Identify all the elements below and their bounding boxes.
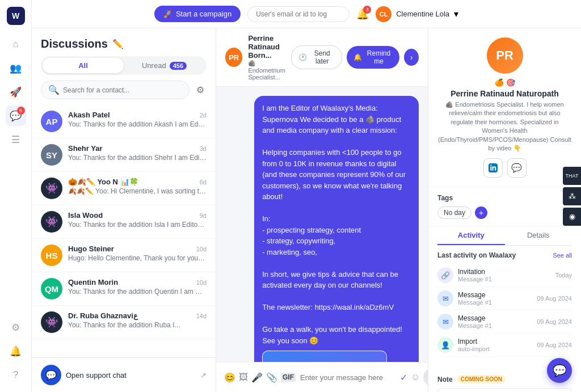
chat-area: PR Perrine Ratinaud Born... 🪨 Endometriu… xyxy=(216,28,428,392)
contact-time: 10d xyxy=(196,246,207,252)
contact-item-hugo[interactable]: HS Hugo Steiner 10d Hugo: Hello Clementi… xyxy=(32,239,216,272)
nav-bell[interactable]: 🔔 xyxy=(6,341,26,361)
nav-settings[interactable]: ⚙ xyxy=(6,317,26,338)
tab-activity[interactable]: Activity xyxy=(437,226,505,245)
unread-tab-label: Unread xyxy=(142,61,166,70)
send-later-button[interactable]: 🕐 Send later xyxy=(291,45,342,69)
note-label: Note xyxy=(437,376,453,383)
nav-home[interactable]: ⌂ xyxy=(6,34,26,54)
chat-contact-sub: 🪨 Endometrium Specialist... xyxy=(248,60,285,81)
link-preview-image: 🚀 Supernova xyxy=(263,351,386,362)
filter-button[interactable]: ⚙ xyxy=(194,82,207,98)
contact-time: 14d xyxy=(196,313,207,319)
tab-all[interactable]: All xyxy=(43,58,124,73)
attachment-icon[interactable]: 📎 xyxy=(266,372,277,383)
chat-header-info: Perrine Ratinaud Born... 🪨 Endometrium S… xyxy=(248,34,285,81)
nav-list[interactable]: ☰ xyxy=(6,129,26,150)
smiley-icon[interactable]: ☺ xyxy=(411,372,420,382)
campaign-icon: 🚀 xyxy=(163,10,172,18)
chat-widget-button[interactable]: 💬 xyxy=(547,358,572,383)
contact-info: Akash Patel 2d You: Thanks for the addit… xyxy=(68,111,207,128)
avatar: 👾 xyxy=(41,178,62,199)
avatar: SY xyxy=(41,144,62,166)
nav-users[interactable]: 👥 xyxy=(6,58,26,78)
contact-item-quentin[interactable]: QM Quentin Morin 10d You: Thanks for the… xyxy=(32,272,216,306)
user-menu[interactable]: CL Clementine Lola ▾ xyxy=(376,6,458,22)
emoji-icon[interactable]: 😊 xyxy=(224,372,235,383)
activity-tabs: Activity Details xyxy=(437,226,572,246)
contact-preview: You: Thanks for the addition Isla I am E… xyxy=(68,221,207,229)
search-input-wrap: 🔍 xyxy=(41,81,190,99)
next-contact-button[interactable]: › xyxy=(404,49,419,66)
add-tag-button[interactable]: + xyxy=(475,206,487,219)
tab-unread[interactable]: Unread 456 xyxy=(124,58,205,73)
side-widget-3[interactable]: ◉ xyxy=(563,208,581,226)
nav-rocket[interactable]: 🚀 xyxy=(6,82,26,102)
message-text-5: In short, we give tips & advice that can… xyxy=(262,270,398,290)
tags-label: Tags xyxy=(437,194,572,202)
side-widget-1[interactable]: THAT xyxy=(563,167,581,185)
search-bar: 🔍 ⚙ xyxy=(41,81,207,99)
nav-help[interactable]: ? xyxy=(6,365,26,385)
message-icon: ✉ xyxy=(437,314,453,330)
message-text-2: Helping companies with <100 people to go… xyxy=(262,148,406,201)
contact-item-yoon[interactable]: 👾 🎃🍂✏️ Yoo N 📊🍀 6d 🍂🍂✏️ Yoo: Hi Clementi… xyxy=(32,172,216,205)
contact-info: Shehr Yar 3d You: Thanks for the additio… xyxy=(68,144,207,162)
message-social-button[interactable]: 💬 xyxy=(507,158,527,178)
contact-time: 2d xyxy=(200,112,207,119)
contact-item-isla[interactable]: 👾 Isla Wood 9d You: Thanks for the addit… xyxy=(32,205,216,239)
see-all-link[interactable]: See all xyxy=(553,252,572,259)
contact-item-ruba[interactable]: 👾 Dr. Ruba Ghaznaviع 14d You: Thanks for… xyxy=(32,306,216,339)
search-input[interactable] xyxy=(63,86,182,94)
contact-info: Isla Wood 9d You: Thanks for the additio… xyxy=(68,211,207,229)
coming-soon-badge: COMING SOON xyxy=(457,375,506,383)
tab-details[interactable]: Details xyxy=(505,226,572,245)
activity-item-msg2: ✉ Message Message #1 09 Aug 2024 xyxy=(437,310,572,334)
open-support-chat[interactable]: 💬 Open support chat ↗ xyxy=(32,357,216,392)
chat-contact-name: Perrine Ratinaud Born... xyxy=(248,34,285,60)
activity-date: 09 Aug 2024 xyxy=(537,342,572,348)
contact-list: AP Akash Patel 2d You: Thanks for the ad… xyxy=(32,105,216,357)
chat-header: PR Perrine Ratinaud Born... 🪨 Endometriu… xyxy=(216,28,428,87)
activity-item-import: 👤 Import auto-import 09 Aug 2024 xyxy=(437,334,572,357)
contact-preview: 🍂🍂✏️ Yoo: Hi Clementine, I was sorting t… xyxy=(68,187,207,195)
message-icon: ✉ xyxy=(437,290,453,306)
chat-input-area: 😊 🖼 🎤 📎 GIF ✓ ☺ ➤ xyxy=(216,362,428,392)
gif-icon[interactable]: GIF xyxy=(281,373,296,382)
link-preview-card: 🚀 Supernova Supernova 🪨 (by Waalaxy) Our… xyxy=(262,351,387,362)
notification-bell[interactable]: 🔔 3 xyxy=(356,8,369,20)
contact-preview: Hugo: Hello Clementine, Thank you for yo… xyxy=(68,254,207,262)
contact-time: 10d xyxy=(196,279,207,286)
remind-me-button[interactable]: 🔔 Remind me xyxy=(347,46,400,69)
message-input[interactable] xyxy=(300,373,395,382)
contact-info: Quentin Morin 10d You: Thanks for the ad… xyxy=(68,278,207,296)
chat-header-buttons: 🕐 Send later 🔔 Remind me › xyxy=(291,45,419,69)
activity-date: Today xyxy=(555,272,572,279)
edit-icon[interactable]: ✏️ xyxy=(112,39,124,49)
mic-icon[interactable]: 🎤 xyxy=(251,372,263,383)
side-widget-2[interactable]: ⁂ xyxy=(563,187,581,205)
profile-bio: 🪨 Endometriosis Specialist. I help women… xyxy=(437,100,572,153)
no-day-tag[interactable]: No day xyxy=(437,206,471,219)
support-label: Open support chat xyxy=(66,371,127,380)
linkedin-button[interactable] xyxy=(483,158,503,178)
nav-messages[interactable]: 💬 5 xyxy=(6,106,26,126)
discussion-tabs: All Unread 456 xyxy=(41,56,207,75)
start-campaign-button[interactable]: 🚀 Start a campaign xyxy=(154,6,241,22)
contact-item-shehr[interactable]: SY Shehr Yar 3d You: Thanks for the addi… xyxy=(32,138,216,172)
user-search-input[interactable] xyxy=(247,6,350,22)
send-button[interactable]: ➤ xyxy=(423,368,428,386)
image-icon[interactable]: 🖼 xyxy=(239,372,248,382)
message-text: I am the Editor of Waalaxy's Media: Supe… xyxy=(262,104,401,134)
activity-sub: auto-import xyxy=(458,345,532,352)
search-icon: 🔍 xyxy=(48,85,60,95)
tags-section: Tags No day + xyxy=(428,187,581,226)
profile-section: PR 🍊 🎯 Perrine Ratinaud Naturopath 🪨 End… xyxy=(428,28,581,187)
side-widget: THAT ⁂ ◉ xyxy=(563,167,581,226)
message-text-7: Go take a walk, you won't be disappointe… xyxy=(262,325,402,345)
activity-title: Last activity on Waalaxy xyxy=(437,251,516,259)
messages-container: I am the Editor of Waalaxy's Media: Supe… xyxy=(216,87,428,362)
contact-item-akash[interactable]: AP Akash Patel 2d You: Thanks for the ad… xyxy=(32,105,216,138)
contact-time: 3d xyxy=(200,145,207,152)
contact-name: Akash Patel xyxy=(68,111,110,119)
